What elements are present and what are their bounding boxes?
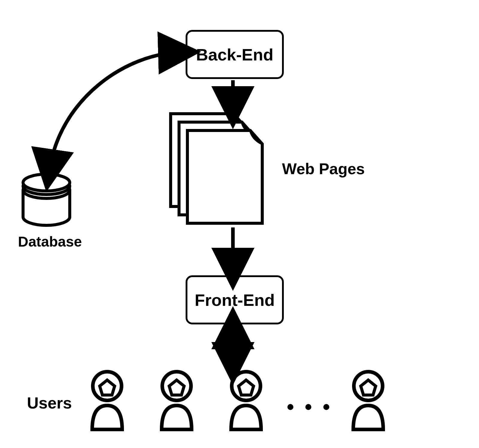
arrow-frontend-users	[0, 0, 479, 448]
diagram-stage: Database Back-End Web Pages Front-End Us…	[0, 0, 479, 448]
